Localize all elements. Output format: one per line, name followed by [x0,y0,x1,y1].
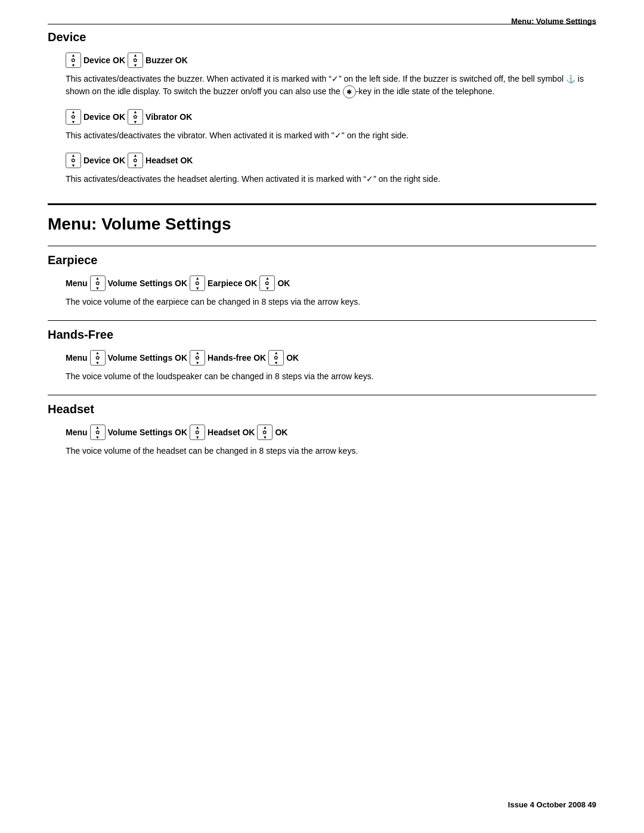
earpiece-ok-text: OK [277,278,290,288]
handsfree-menu-word: Menu [66,353,88,363]
vibrator-subsection: ▲ ✿ ▼ Device OK ▲ ✿ ▼ Vibrator OK This a… [48,109,596,142]
vibrator-cmd: ▲ ✿ ▼ Device OK ▲ ✿ ▼ Vibrator OK [66,109,596,125]
footer: Issue 4 October 2008 49 [508,800,596,809]
key-icon-buzzer-1: ▲ ✿ ▼ [66,52,81,68]
buzzer-cmd-text2: Buzzer OK [145,55,188,65]
handsfree-divider [48,320,596,321]
earpiece-section-title: Earpiece [48,253,596,267]
tick-mark: ✓ [332,74,339,83]
key-icon-dheadset-1: ▲ ✿ ▼ [66,153,81,168]
earpiece-cmd: Menu ▲ ✿ ▼ Volume Settings OK ▲ ✿ ▼ Earp… [66,275,596,291]
earpiece-divider [48,246,596,246]
headset-description: The voice volume of the headset can be c… [66,445,596,457]
headset-cmd: Menu ▲ ✿ ▼ Volume Settings OK ▲ ✿ ▼ Head… [66,425,596,440]
key-icon-handsfree-1: ▲ ✿ ▼ [90,350,106,366]
headset-subsection: Menu ▲ ✿ ▼ Volume Settings OK ▲ ✿ ▼ Head… [48,425,596,457]
bell-symbol: ⚓ [566,73,575,85]
earpiece-ep-text: Earpiece OK [208,278,257,288]
key-icon-headset-1: ▲ ✿ ▼ [90,425,106,440]
key-icon-handsfree-3: ▲ ✿ ▼ [268,350,284,366]
device-headset-cmd: ▲ ✿ ▼ Device OK ▲ ✿ ▼ Headset OK [66,153,596,168]
key-icon-dheadset-2: ▲ ✿ ▼ [128,153,143,168]
buzzer-description: This activates/deactivates the buzzer. W… [66,73,596,98]
headset-divider [48,395,596,395]
headset-hs-text: Headset OK [208,428,255,437]
earpiece-description: The voice volume of the earpiece can be … [66,296,596,308]
headset-ok-text: OK [275,428,287,437]
chapter-divider [48,203,596,205]
device-section-title: Device [48,30,596,44]
key-icon-headset-2: ▲ ✿ ▼ [190,425,205,440]
key-icon-vibrator-2: ▲ ✿ ▼ [128,109,143,125]
dheadset-cmd-text2: Headset OK [145,156,193,165]
handsfree-section-title: Hands-Free [48,328,596,342]
earpiece-subsection: Menu ▲ ✿ ▼ Volume Settings OK ▲ ✿ ▼ Earp… [48,275,596,308]
handsfree-cmd: Menu ▲ ✿ ▼ Volume Settings OK ▲ ✿ ▼ Hand… [66,350,596,366]
key-icon-earpiece-2: ▲ ✿ ▼ [190,275,205,291]
buzzer-cmd-text1: Device OK [83,55,125,65]
key-icon-buzzer-2: ▲ ✿ ▼ [128,52,143,68]
key-icon-earpiece-3: ▲ ✿ ▼ [259,275,275,291]
device-headset-subsection: ▲ ✿ ▼ Device OK ▲ ✿ ▼ Headset OK This ac… [48,153,596,185]
vibrator-cmd-text1: Device OK [83,112,125,122]
key-icon-earpiece-1: ▲ ✿ ▼ [90,275,106,291]
handsfree-subsection: Menu ▲ ✿ ▼ Volume Settings OK ▲ ✿ ▼ Hand… [48,350,596,383]
earpiece-vol-text: Volume Settings OK [108,278,188,288]
star-key-icon: ✱ [343,85,356,98]
handsfree-vol-text: Volume Settings OK [108,353,188,363]
vibrator-cmd-text2: Vibrator OK [145,112,192,122]
earpiece-menu-word: Menu [66,278,88,288]
headset-section-title: Headset [48,402,596,416]
handsfree-ok-text: OK [286,353,299,363]
key-icon-headset-3: ▲ ✿ ▼ [257,425,273,440]
dheadset-cmd-text1: Device OK [83,156,125,165]
key-icon-vibrator-1: ▲ ✿ ▼ [66,109,81,125]
buzzer-cmd: ▲ ✿ ▼ Device OK ▲ ✿ ▼ Buzzer OK [66,52,596,68]
page-header: Menu: Volume Settings [511,17,596,26]
key-icon-handsfree-2: ▲ ✿ ▼ [190,350,205,366]
header-title: Menu: Volume Settings [511,17,596,26]
headset-vol-text: Volume Settings OK [108,428,188,437]
buzzer-subsection: ▲ ✿ ▼ Device OK ▲ ✿ ▼ Buzzer OK This act… [48,52,596,98]
handsfree-description: The voice volume of the loudspeaker can … [66,370,596,383]
footer-text: Issue 4 October 2008 49 [508,800,596,809]
page: Menu: Volume Settings Device ▲ ✿ ▼ Devic… [0,0,644,833]
handsfree-hf-text: Hands-free OK [208,353,266,363]
headset-menu-word: Menu [66,428,88,437]
volume-chapter-title: Menu: Volume Settings [48,215,596,234]
device-headset-description: This activates/deactivates the headset a… [66,173,596,185]
vibrator-description: This activates/deactivates the vibrator.… [66,129,596,142]
